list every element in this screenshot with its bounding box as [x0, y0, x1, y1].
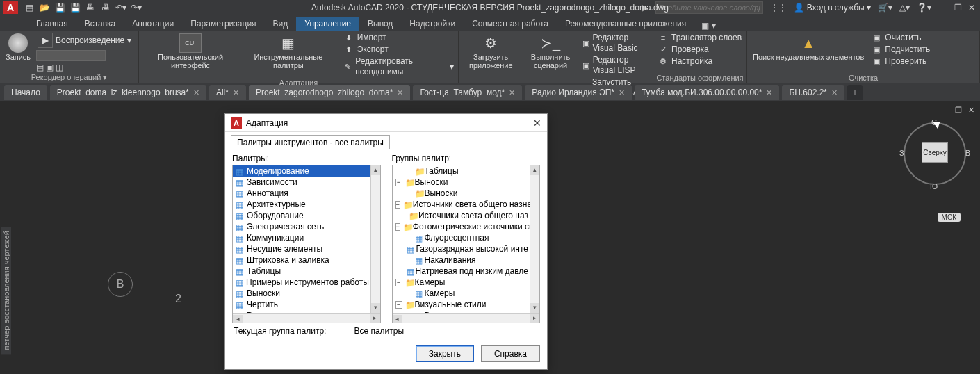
list-item[interactable]: ▦Выноски: [233, 288, 370, 299]
document-tab[interactable]: Proekt_zagorodnogo_zhilogo_doma*✕: [249, 85, 410, 100]
redo-icon[interactable]: ↷▾: [131, 2, 142, 13]
document-tab[interactable]: Гост-ца_Тамбур_мод*✕: [413, 85, 522, 100]
tab-close-icon[interactable]: ✕: [193, 88, 199, 97]
expander-icon[interactable]: −: [395, 279, 402, 286]
vlisp-editor-button[interactable]: ▣Редактор Visual LISP: [581, 54, 650, 76]
groups-treeview[interactable]: 📁Таблицы−📁Выноски📁Выноски−📁Источники све…: [392, 165, 541, 323]
save-icon[interactable]: 💾: [54, 2, 65, 13]
check-standards-button[interactable]: ✓Проверка: [656, 44, 743, 56]
expander-icon[interactable]: −: [395, 201, 400, 209]
wcs-badge[interactable]: МСК: [938, 213, 961, 222]
vb-editor-button[interactable]: ▣Редактор Visual Basic: [581, 32, 650, 54]
configure-standards-button[interactable]: ⚙Настройка: [656, 56, 743, 67]
drawing-recovery-panel[interactable]: петчер восстановления чертежей: [1, 227, 11, 354]
ribbon-tab[interactable]: Совместная работа: [464, 17, 557, 31]
viewcube-west[interactable]: З: [899, 149, 904, 157]
tree-item[interactable]: −📁Фотометрические источники све: [393, 221, 530, 232]
tree-item[interactable]: 📁Источники света общего наз: [393, 210, 530, 221]
undo-icon[interactable]: ↶▾: [115, 2, 126, 13]
pause-icon[interactable]: ◫: [56, 63, 63, 72]
featured-apps-icon[interactable]: ▣ ▾: [701, 21, 715, 31]
scrollbar-horizontal[interactable]: ◂▸: [393, 313, 540, 323]
list-item[interactable]: ▦Коммуникации: [233, 232, 370, 243]
tree-item[interactable]: ▦Камеры: [393, 288, 530, 299]
cart-icon[interactable]: 🛒▾: [878, 3, 892, 13]
list-item[interactable]: ▦Оборудование: [233, 210, 370, 221]
export-button[interactable]: ⬆Экспорт: [342, 44, 455, 56]
print-icon[interactable]: 🖶: [100, 2, 111, 13]
tree-icon[interactable]: ▤: [36, 63, 44, 72]
tab-close-icon[interactable]: ✕: [831, 88, 838, 97]
tree-item[interactable]: −📁Выноски: [393, 177, 530, 188]
stop-icon[interactable]: ▣: [46, 63, 54, 72]
load-app-button[interactable]: ⚙Загрузить приложение: [462, 32, 520, 71]
minimize-button[interactable]: —: [938, 2, 949, 13]
document-tab[interactable]: Радио Ирландия ЭП*✕: [525, 85, 632, 100]
scrollbar-vertical[interactable]: ▴▾: [370, 165, 380, 313]
sign-in-link[interactable]: 👤 Вход в службы ▾: [794, 3, 871, 13]
a360-icon[interactable]: △▾: [899, 3, 910, 13]
expander-icon[interactable]: −: [395, 301, 402, 309]
record-button[interactable]: Запись: [3, 32, 33, 63]
ribbon-tab[interactable]: Рекомендованные приложения: [557, 17, 694, 31]
close-button[interactable]: ✕: [966, 2, 977, 13]
saveas-icon[interactable]: 💾: [70, 2, 81, 13]
dialog-titlebar[interactable]: A Адаптация ✕: [225, 114, 547, 132]
doc-close-button[interactable]: ✕: [966, 105, 976, 115]
expander-icon[interactable]: −: [395, 223, 400, 231]
panel-label[interactable]: Рекордер операций ▾: [3, 72, 136, 83]
list-item[interactable]: ▦Штриховка и заливка: [233, 254, 370, 266]
help-dialog-button[interactable]: Справка: [481, 345, 540, 362]
ribbon-tab[interactable]: Вывод: [359, 17, 401, 31]
ribbon-tab[interactable]: Параметризация: [182, 17, 264, 31]
open-icon[interactable]: 📂: [39, 2, 50, 13]
tab-close-icon[interactable]: ✕: [397, 88, 403, 97]
scrollbar-horizontal[interactable]: ◂▸: [233, 313, 380, 323]
ribbon-tab[interactable]: Управление: [296, 17, 359, 31]
layer-translator-button[interactable]: ≡Транслятор слоев: [656, 32, 743, 44]
tab-close-icon[interactable]: ✕: [509, 88, 515, 97]
find-unpurgeable-button[interactable]: ▲Поиск неудаляемых элементов: [750, 32, 867, 63]
close-dialog-button[interactable]: Закрыть: [416, 345, 474, 362]
overkill-button[interactable]: ▣Подчистить: [869, 44, 931, 56]
list-item[interactable]: ▦Электрическая сеть: [233, 221, 370, 232]
ribbon-tab[interactable]: Надстройки: [401, 17, 464, 31]
doc-restore-button[interactable]: ❐: [954, 105, 963, 115]
viewcube-south[interactable]: Ю: [930, 182, 938, 190]
restore-button[interactable]: ❐: [952, 2, 963, 13]
tree-item[interactable]: ▦Накаливания: [393, 254, 530, 266]
doc-minimize-button[interactable]: —: [941, 105, 951, 115]
expander-icon[interactable]: −: [395, 179, 402, 186]
document-tab[interactable]: Proekt_doma_iz_kleennogo_brusa*✕: [50, 85, 206, 100]
import-button[interactable]: ⬇Импорт: [342, 32, 455, 44]
cui-button[interactable]: CUI Пользовательский интерфейс: [142, 32, 239, 71]
dialog-tab[interactable]: Палитры инструментов - все палитры: [231, 135, 390, 149]
run-script-button[interactable]: ≻_Выполнить сценарий: [523, 32, 578, 71]
app-logo-icon[interactable]: A: [3, 1, 18, 14]
keyword-search-input[interactable]: [655, 1, 763, 14]
tree-item[interactable]: −📁Камеры: [393, 277, 530, 288]
audit-button[interactable]: ▣Проверить: [869, 56, 931, 67]
tree-item[interactable]: −📁Источники света общего назнач: [393, 199, 530, 210]
list-item[interactable]: ▦Аннотация: [233, 188, 370, 199]
tool-palettes-button[interactable]: ▦ Инструментальные палитры: [242, 32, 335, 71]
help-icon[interactable]: ❔▾: [917, 3, 931, 13]
purge-button[interactable]: ▣Очистить: [869, 32, 931, 44]
tree-item[interactable]: −📁Визуальные стили: [393, 299, 530, 310]
list-item[interactable]: ▦Чертить: [233, 299, 370, 310]
dialog-close-button[interactable]: ✕: [533, 117, 541, 129]
connect-icon[interactable]: ⋮⋮: [770, 3, 787, 13]
viewcube-east[interactable]: В: [965, 149, 970, 157]
ribbon-tab[interactable]: Вставка: [76, 17, 124, 31]
play-button[interactable]: ▶ Воспроизведение ▾: [36, 32, 133, 49]
ribbon-tab[interactable]: Вид: [265, 17, 297, 31]
document-tab[interactable]: БН.602.2*✕: [782, 85, 844, 100]
ribbon-tab[interactable]: Главная: [28, 17, 76, 31]
list-item[interactable]: ▦Примеры инструментов работы с ко: [233, 277, 370, 288]
document-tab[interactable]: Тумба мод.БИ.306.00.00.00.00*✕: [635, 85, 780, 100]
list-item[interactable]: ▦Таблицы: [233, 266, 370, 277]
tab-close-icon[interactable]: ✕: [233, 88, 239, 97]
list-item[interactable]: ▦Моделирование: [233, 165, 370, 177]
document-tab[interactable]: All*✕: [209, 85, 246, 100]
palettes-listbox[interactable]: ▦Моделирование▦Зависимости▦Аннотация▦Арх…: [232, 165, 381, 323]
